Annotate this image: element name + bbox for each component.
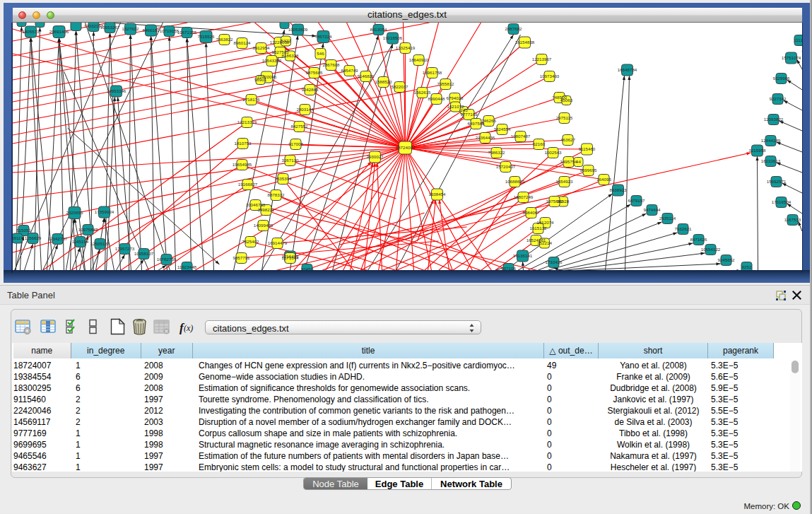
svg-text:3498222: 3498222 [257,207,275,212]
svg-text:11126: 11126 [794,37,802,42]
svg-text:1975692: 1975692 [546,199,563,204]
svg-text:11923448: 11923448 [177,264,196,269]
svg-text:5322: 5322 [281,38,290,43]
svg-text:2020655: 2020655 [66,210,83,215]
svg-text:16154838: 16154838 [514,40,534,45]
svg-text:18640910: 18640910 [408,57,428,62]
svg-text:92450: 92450 [300,267,313,270]
svg-text:8878332: 8878332 [267,192,285,197]
svg-text:45063: 45063 [560,98,572,103]
svg-text:17957273: 17957273 [114,246,134,251]
svg-text:(x): (x) [184,323,193,333]
svg-text:10975887: 10975887 [78,227,98,232]
svg-text:19654985: 19654985 [232,162,252,167]
svg-text:1405571: 1405571 [22,29,40,34]
svg-text:1571644: 1571644 [281,255,299,260]
svg-text:1615132: 1615132 [529,226,547,230]
svg-text:15692971: 15692971 [766,179,786,184]
svg-text:2935114: 2935114 [659,216,676,221]
svg-text:7625402: 7625402 [242,239,259,244]
svg-text:15720407: 15720407 [495,164,515,169]
svg-text:39114: 39114 [13,235,23,240]
svg-text:9474444: 9474444 [643,207,661,212]
svg-text:16961758: 16961758 [422,70,442,75]
svg-text:18807249: 18807249 [513,194,533,199]
svg-text:546: 546 [317,51,324,56]
svg-text:20953346: 20953346 [106,88,126,93]
svg-text:16782759: 16782759 [156,257,176,262]
svg-text:16648784: 16648784 [617,67,637,72]
svg-text:15751074: 15751074 [781,55,801,60]
svg-text:9329966: 9329966 [772,76,790,81]
svg-text:8813054: 8813054 [370,27,387,32]
svg-text:10719155: 10719155 [159,28,179,33]
svg-text:9777169: 9777169 [460,112,478,117]
svg-text:6479197: 6479197 [628,198,645,203]
svg-text:10688609: 10688609 [505,179,524,184]
svg-text:17359924: 17359924 [94,209,114,214]
svg-text:1588520: 1588520 [375,79,392,84]
svg-text:8454749: 8454749 [341,68,358,73]
svg-text:2930027: 2930027 [366,154,384,159]
svg-text:463627: 463627 [560,137,575,142]
svg-text:19218506: 19218506 [382,35,402,40]
svg-text:10973493: 10973493 [539,74,559,78]
svg-text:16914479: 16914479 [267,240,287,245]
svg-text:13325419: 13325419 [395,45,415,50]
svg-text:8186328: 8186328 [281,53,299,58]
svg-text:1535394: 1535394 [274,176,292,181]
svg-text:10046788: 10046788 [245,202,265,207]
svg-text:12444189: 12444189 [760,138,780,143]
svg-text:9115460: 9115460 [578,146,595,151]
svg-text:17016504: 17016504 [771,199,791,204]
svg-text:1562615: 1562615 [413,90,431,95]
svg-text:3215958: 3215958 [748,148,766,153]
svg-text:9245652: 9245652 [717,257,735,262]
svg-text:12213967: 12213967 [531,57,551,62]
svg-text:1156829: 1156829 [24,235,41,240]
svg-text:12213319: 12213319 [237,119,257,124]
svg-text:19166827: 19166827 [237,182,257,187]
svg-text:1810753: 1810753 [234,141,252,146]
svg-text:1938454: 1938454 [428,192,446,197]
svg-text:9875685: 9875685 [305,70,323,75]
svg-text:10671355: 10671355 [177,30,196,35]
svg-text:3267130: 3267130 [281,158,299,163]
svg-text:9699695: 9699695 [579,168,597,173]
svg-text:8471626: 8471626 [690,237,707,242]
svg-text:20691406: 20691406 [49,29,69,34]
svg-text:9227342: 9227342 [769,96,787,101]
svg-text:8466160: 8466160 [142,28,160,33]
svg-text:164095: 164095 [596,177,611,182]
svg-text:7632621: 7632621 [674,226,692,231]
svg-text:8990448: 8990448 [428,96,445,101]
svg-text:2718176: 2718176 [242,97,260,102]
svg-text:8912954: 8912954 [252,45,270,50]
svg-text:44: 44 [576,159,581,164]
svg-text:1654923: 1654923 [555,179,573,184]
svg-text:1002543: 1002543 [544,150,562,155]
svg-text:98901: 98901 [254,77,266,82]
svg-text:8938923: 8938923 [609,187,627,192]
svg-text:12342737: 12342737 [47,236,67,241]
svg-text:7857224: 7857224 [314,34,332,39]
svg-text:7663822: 7663822 [216,37,233,42]
svg-text:1527602: 1527602 [122,26,139,31]
svg-text:12093822: 12093822 [763,117,783,122]
svg-text:10654122: 10654122 [700,247,720,252]
svg-text:1167533: 1167533 [784,217,801,222]
svg-text:5822037: 5822037 [391,84,408,89]
svg-text:62160: 62160 [532,141,545,146]
svg-text:9242845: 9242845 [301,87,319,92]
svg-text:937106: 937106 [501,266,516,270]
svg-text:7986322: 7986322 [488,150,505,155]
svg-text:8427552: 8427552 [290,124,308,129]
svg-text:917008: 917008 [288,141,303,146]
svg-text:10053809: 10053809 [288,27,307,32]
svg-text:1145194: 1145194 [71,239,88,244]
svg-text:746266: 746266 [481,118,496,123]
svg-text:252214: 252214 [537,240,552,245]
svg-text:1612074: 1612074 [536,220,554,225]
svg-text:9857791: 9857791 [233,255,250,260]
svg-text:1495754: 1495754 [560,159,577,164]
